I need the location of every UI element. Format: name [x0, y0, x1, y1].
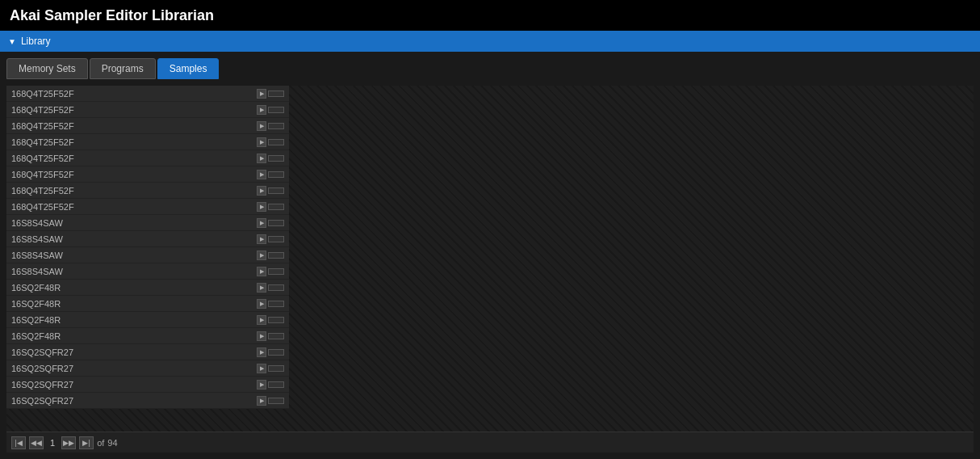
item-controls: ▶	[257, 234, 284, 244]
pagination-bar: |◀ ◀◀ 1 ▶▶ ▶| of 94	[6, 432, 974, 453]
content-area: Memory Sets Programs Samples 168Q4T25F52…	[0, 52, 980, 459]
item-name: 16S8S4SAW	[11, 218, 253, 228]
item-name: 16SQ2SQFR27	[11, 396, 253, 406]
page-first-button[interactable]: |◀	[11, 436, 26, 449]
item-controls: ▶	[257, 218, 284, 228]
item-controls: ▶	[257, 137, 284, 147]
play-button[interactable]: ▶	[257, 380, 266, 390]
tabs-row: Memory Sets Programs Samples	[6, 58, 974, 79]
item-name: 168Q4T25F52F	[11, 202, 253, 212]
play-button[interactable]: ▶	[257, 105, 266, 115]
item-controls: ▶	[257, 251, 284, 260]
play-button[interactable]: ▶	[257, 234, 266, 244]
play-button[interactable]: ▶	[257, 89, 266, 99]
item-name: 16SQ2SQFR27	[11, 347, 253, 357]
list-item: 16S8S4SAW▶	[6, 215, 289, 231]
list-item: 16SQ2F48R▶	[6, 296, 289, 312]
play-button[interactable]: ▶	[257, 315, 266, 325]
total-pages: 94	[107, 438, 117, 448]
progress-bar	[268, 171, 284, 178]
play-button[interactable]: ▶	[257, 218, 266, 228]
item-controls: ▶	[257, 170, 284, 179]
play-button[interactable]: ▶	[257, 137, 266, 147]
item-controls: ▶	[257, 315, 284, 325]
item-name: 16SQ2SQFR27	[11, 364, 253, 373]
page-prev-button[interactable]: ◀◀	[29, 436, 44, 449]
play-button[interactable]: ▶	[257, 347, 266, 357]
list-container[interactable]: 168Q4T25F52F▶168Q4T25F52F▶168Q4T25F52F▶1…	[6, 86, 974, 432]
play-button[interactable]: ▶	[257, 283, 266, 293]
page-next-button[interactable]: ▶▶	[61, 436, 76, 449]
list-item: 16S8S4SAW▶	[6, 263, 289, 280]
play-button[interactable]: ▶	[257, 186, 266, 196]
progress-bar	[268, 220, 284, 226]
play-button[interactable]: ▶	[257, 396, 266, 406]
list-item: 168Q4T25F52F▶	[6, 86, 289, 102]
item-name: 168Q4T25F52F	[11, 170, 253, 179]
progress-bar	[268, 349, 284, 356]
app-title: Akai Sampler Editor Librarian	[0, 0, 980, 31]
progress-bar	[268, 204, 284, 210]
item-name: 16S8S4SAW	[11, 267, 253, 276]
list-item: 168Q4T25F52F▶	[6, 118, 289, 134]
page-last-button[interactable]: ▶|	[79, 436, 94, 449]
list-item: 168Q4T25F52F▶	[6, 102, 289, 118]
item-controls: ▶	[257, 347, 284, 357]
item-name: 168Q4T25F52F	[11, 121, 253, 131]
play-button[interactable]: ▶	[257, 267, 266, 276]
progress-bar	[268, 268, 284, 275]
progress-bar	[268, 187, 284, 194]
progress-bar	[268, 398, 284, 404]
progress-bar	[268, 333, 284, 339]
list-item: 16SQ2SQFR27▶	[6, 360, 289, 377]
current-page: 1	[47, 438, 58, 448]
list-item: 16SQ2F48R▶	[6, 328, 289, 344]
play-button[interactable]: ▶	[257, 331, 266, 341]
progress-bar	[268, 301, 284, 307]
progress-bar	[268, 365, 284, 372]
item-controls: ▶	[257, 89, 284, 99]
item-name: 16SQ2F48R	[11, 331, 253, 341]
play-button[interactable]: ▶	[257, 121, 266, 131]
progress-bar	[268, 107, 284, 113]
tab-samples[interactable]: Samples	[157, 58, 220, 79]
item-name: 16SQ2SQFR27	[11, 380, 253, 390]
tab-programs[interactable]: Programs	[90, 58, 156, 79]
item-name: 168Q4T25F52F	[11, 186, 253, 196]
play-button[interactable]: ▶	[257, 299, 266, 309]
play-button[interactable]: ▶	[257, 170, 266, 179]
page-of-label: of	[97, 438, 104, 448]
list-item: 16SQ2SQFR27▶	[6, 377, 289, 393]
library-label: Library	[21, 36, 51, 47]
item-controls: ▶	[257, 121, 284, 131]
list-item: 168Q4T25F52F▶	[6, 150, 289, 166]
item-name: 168Q4T25F52F	[11, 89, 253, 99]
title-text: Akai Sampler Editor Librarian	[10, 7, 214, 24]
item-controls: ▶	[257, 380, 284, 390]
play-button[interactable]: ▶	[257, 251, 266, 260]
item-controls: ▶	[257, 267, 284, 276]
item-name: 16SQ2F48R	[11, 315, 253, 325]
item-controls: ▶	[257, 331, 284, 341]
progress-bar	[268, 123, 284, 129]
list-panel: 168Q4T25F52F▶168Q4T25F52F▶168Q4T25F52F▶1…	[6, 86, 974, 453]
list-item: 168Q4T25F52F▶	[6, 183, 289, 199]
list-item: 168Q4T25F52F▶	[6, 166, 289, 183]
item-controls: ▶	[257, 186, 284, 196]
library-arrow-icon: ▼	[8, 37, 16, 46]
progress-bar	[268, 91, 284, 97]
library-bar[interactable]: ▼ Library	[0, 31, 980, 52]
item-name: 168Q4T25F52F	[11, 137, 253, 147]
item-controls: ▶	[257, 283, 284, 293]
tab-memory-sets[interactable]: Memory Sets	[6, 58, 88, 79]
item-name: 168Q4T25F52F	[11, 154, 253, 163]
progress-bar	[268, 317, 284, 323]
item-name: 168Q4T25F52F	[11, 105, 253, 115]
list-item: 16SQ2SQFR27▶	[6, 344, 289, 360]
play-button[interactable]: ▶	[257, 364, 266, 373]
list-item: 168Q4T25F52F▶	[6, 134, 289, 150]
item-controls: ▶	[257, 202, 284, 212]
list-item: 16SQ2SQFR27▶	[6, 393, 289, 409]
play-button[interactable]: ▶	[257, 202, 266, 212]
play-button[interactable]: ▶	[257, 154, 266, 163]
